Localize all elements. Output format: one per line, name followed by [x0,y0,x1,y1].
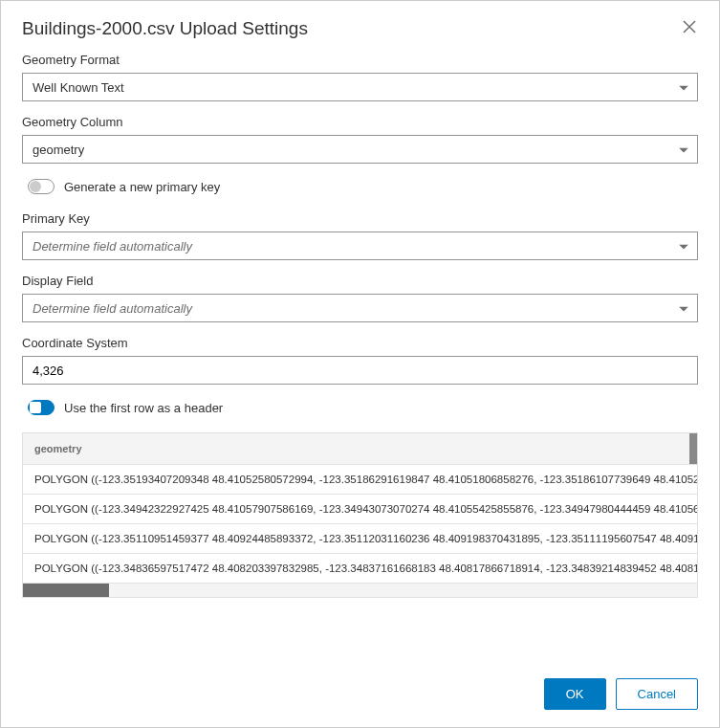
display-field-select[interactable]: Determine field automatically [22,294,698,322]
primary-key-label: Primary Key [22,211,698,226]
geometry-format-value: Well Known Text [22,73,698,101]
generate-primary-key-toggle[interactable] [28,179,55,194]
preview-table: geometry POLYGON ((-123.35193407209348 4… [22,432,698,598]
generate-primary-key-label: Generate a new primary key [64,180,220,194]
geometry-format-field: Geometry Format Well Known Text [22,53,698,101]
dialog-footer: OK Cancel [1,665,719,727]
horizontal-scrollbar[interactable] [23,584,697,597]
primary-key-value: Determine field automatically [22,232,698,260]
display-field-value: Determine field automatically [22,294,698,322]
primary-key-select[interactable]: Determine field automatically [22,232,698,260]
toggle-knob [30,402,41,413]
upload-settings-dialog: Buildings-2000.csv Upload Settings Geome… [0,0,720,728]
table-row: POLYGON ((-123.34836597517472 48.4082033… [23,554,697,584]
toggle-knob [30,181,41,192]
ok-button[interactable]: OK [544,678,606,710]
preview-table-header: geometry [23,433,697,465]
display-field-label: Display Field [22,274,698,288]
geometry-column-field: Geometry Column geometry [22,115,698,164]
first-row-header-label: Use the first row as a header [64,401,223,415]
first-row-header-toggle[interactable] [28,400,55,415]
geometry-format-select[interactable]: Well Known Text [22,73,698,101]
dialog-title: Buildings-2000.csv Upload Settings [22,18,308,39]
preview-column-header: geometry [23,433,697,464]
geometry-format-label: Geometry Format [22,53,698,67]
geometry-column-label: Geometry Column [22,115,698,129]
table-row: POLYGON ((-123.34942322927425 48.4105790… [23,495,697,524]
display-field-field: Display Field Determine field automatica… [22,274,698,322]
coordinate-system-label: Coordinate System [22,336,698,350]
preview-rows: POLYGON ((-123.35193407209348 48.4105258… [23,465,697,584]
dialog-body: Geometry Format Well Known Text Geometry… [1,49,719,665]
dialog-header: Buildings-2000.csv Upload Settings [1,1,719,49]
close-button[interactable] [681,18,698,38]
close-icon [683,20,696,33]
horizontal-scrollbar-thumb[interactable] [23,584,109,597]
geometry-column-select[interactable]: geometry [22,135,698,164]
table-row: POLYGON ((-123.35110951459377 48.4092448… [23,524,697,554]
table-row: POLYGON ((-123.35193407209348 48.4105258… [23,465,697,495]
first-row-header-row: Use the first row as a header [28,400,698,415]
cancel-button[interactable]: Cancel [616,678,698,710]
coordinate-system-input[interactable] [22,356,698,385]
vertical-scrollbar-stub[interactable] [689,433,697,464]
primary-key-field: Primary Key Determine field automaticall… [22,211,698,260]
coordinate-system-field: Coordinate System [22,336,698,385]
generate-primary-key-row: Generate a new primary key [28,179,698,194]
geometry-column-value: geometry [22,135,698,164]
